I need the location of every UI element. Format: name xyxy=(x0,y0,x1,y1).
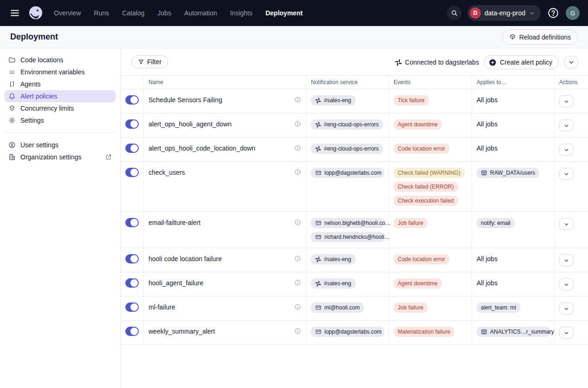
org-switcher[interactable]: D data-eng-prod xyxy=(467,5,541,21)
sidebar-item-settings[interactable]: Settings xyxy=(5,114,116,126)
chevron-down-icon xyxy=(563,257,569,263)
toggle-knob xyxy=(130,120,138,128)
create-alert-policy-button[interactable]: Create alert policy xyxy=(484,55,559,69)
sidebar-item-organization-settings[interactable]: Organization settings xyxy=(5,151,116,163)
event-badge: Job failure xyxy=(394,218,427,228)
policy-enabled-toggle[interactable] xyxy=(125,218,139,227)
connected-status: Connected to dagsterlabs xyxy=(395,59,479,66)
search-button[interactable] xyxy=(447,6,462,20)
nav-item-jobs[interactable]: Jobs xyxy=(157,9,171,17)
row-actions-dropdown-button[interactable] xyxy=(559,168,574,180)
nav-item-overview[interactable]: Overview xyxy=(54,9,81,17)
chevron-down-icon xyxy=(563,282,569,288)
info-icon[interactable] xyxy=(294,120,301,127)
sidebar-item-environment-variables[interactable]: Environment variables xyxy=(5,66,116,78)
help-button[interactable] xyxy=(546,6,560,20)
notification-pill: richard.hendricks@hooli… xyxy=(311,232,384,242)
info-icon[interactable] xyxy=(294,328,301,335)
env-vars-icon xyxy=(8,68,16,76)
event-badge: Tick failure xyxy=(394,95,429,105)
events-cell: Check failed (WARNING)Check failed (ERRO… xyxy=(389,162,472,211)
applies-to-text: All jobs xyxy=(477,119,498,128)
policy-enabled-toggle[interactable] xyxy=(125,327,139,336)
gear-icon xyxy=(8,117,16,124)
info-icon[interactable] xyxy=(294,145,301,151)
filter-label: Filter xyxy=(147,58,162,66)
notification-label: #eng-cloud-ops-errors xyxy=(324,145,379,152)
sidebar-item-alert-policies[interactable]: Alert policies xyxy=(5,90,116,102)
applies-to-cell: notify: email xyxy=(472,212,555,248)
reload-definitions-button[interactable]: Reload definitions xyxy=(502,30,578,45)
more-actions-dropdown-button[interactable] xyxy=(564,56,578,69)
policy-enabled-toggle[interactable] xyxy=(125,144,139,153)
filter-button[interactable]: Filter xyxy=(131,55,168,68)
chevron-down-icon xyxy=(568,59,575,66)
row-actions-dropdown-button[interactable] xyxy=(559,95,574,107)
policy-enabled-toggle[interactable] xyxy=(125,119,139,129)
info-icon[interactable] xyxy=(294,219,301,226)
policy-enabled-toggle[interactable] xyxy=(125,303,139,312)
toggle-cell xyxy=(121,296,144,320)
table-row: alert_ops_hooli_code_location_down#eng-c… xyxy=(121,138,588,162)
dagster-logo[interactable] xyxy=(28,5,44,21)
info-icon[interactable] xyxy=(294,96,301,103)
row-actions-dropdown-button[interactable] xyxy=(559,254,574,266)
toggle-knob xyxy=(130,219,138,226)
name-cell: Schedule Sensors Failing xyxy=(144,89,306,113)
sidebar-divider xyxy=(6,132,115,133)
page-title: Deployment xyxy=(10,32,58,42)
applies-to-cell: All jobs xyxy=(472,248,555,272)
sidebar-item-label: User settings xyxy=(20,141,58,149)
sidebar-item-user-settings[interactable]: User settings xyxy=(5,139,116,151)
sidebar-item-concurrency-limits[interactable]: Concurrency limits xyxy=(5,102,116,114)
info-icon[interactable] xyxy=(294,279,301,286)
row-actions-dropdown-button[interactable] xyxy=(559,303,574,315)
info-icon[interactable] xyxy=(294,255,301,262)
notification-cell: ml@hooli.com xyxy=(306,296,389,320)
row-actions-dropdown-button[interactable] xyxy=(559,119,574,132)
row-actions-dropdown-button[interactable] xyxy=(559,278,574,290)
hamburger-menu-icon[interactable] xyxy=(8,7,21,20)
nav-item-runs[interactable]: Runs xyxy=(94,9,109,17)
agents-icon xyxy=(8,80,16,88)
mail-icon xyxy=(315,234,322,240)
toggle-cell xyxy=(121,162,144,211)
alerts-toolbar: Filter Connected to dagsterlabs Create a… xyxy=(121,48,588,75)
policy-enabled-toggle[interactable] xyxy=(125,168,139,177)
main-content: Filter Connected to dagsterlabs Create a… xyxy=(121,48,588,388)
name-cell: email-failture-alert xyxy=(144,212,306,248)
events-cell: Agent downtime xyxy=(389,113,472,137)
toggle-cell xyxy=(121,212,144,248)
sidebar-item-code-locations[interactable]: Code locations xyxy=(5,54,116,66)
row-actions-dropdown-button[interactable] xyxy=(559,144,574,156)
info-icon[interactable] xyxy=(294,303,301,310)
toggle-cell xyxy=(121,138,144,161)
notification-pill: #eng-cloud-ops-errors xyxy=(311,144,383,154)
policy-name: weekly_summary_alert xyxy=(149,328,215,335)
sidebar-primary: Code locationsEnvironment variablesAgent… xyxy=(5,54,116,126)
policy-enabled-toggle[interactable] xyxy=(125,278,139,288)
name-cell: alert_ops_hooli_code_location_down xyxy=(144,138,306,161)
applies-to-text: All jobs xyxy=(477,254,498,263)
slack-icon xyxy=(315,122,321,128)
user-avatar[interactable]: G xyxy=(566,6,580,20)
policy-enabled-toggle[interactable] xyxy=(125,95,139,105)
policy-name: Schedule Sensors Failing xyxy=(149,96,222,104)
nav-item-deployment[interactable]: Deployment xyxy=(265,9,303,17)
sidebar-item-label: Environment variables xyxy=(20,68,85,76)
policy-enabled-toggle[interactable] xyxy=(125,254,139,263)
sidebar-item-agents[interactable]: Agents xyxy=(5,78,116,90)
row-actions-dropdown-button[interactable] xyxy=(559,218,574,230)
notification-label: #sales-eng xyxy=(324,280,351,287)
nav-item-catalog[interactable]: Catalog xyxy=(122,9,144,17)
notification-cell: lopp@dagsterlabs.com xyxy=(306,321,389,344)
nav-item-automation[interactable]: Automation xyxy=(184,9,217,17)
chevron-down-icon xyxy=(563,306,569,312)
row-actions-dropdown-button[interactable] xyxy=(559,327,574,339)
nav-item-insights[interactable]: Insights xyxy=(230,9,252,17)
policy-name: ml-failure xyxy=(149,303,175,311)
policy-name: alert_ops_hooli_code_location_down xyxy=(149,145,255,152)
events-cell: Job failure xyxy=(389,296,472,320)
events-cell: Job failure xyxy=(389,212,472,248)
info-icon[interactable] xyxy=(294,169,301,176)
